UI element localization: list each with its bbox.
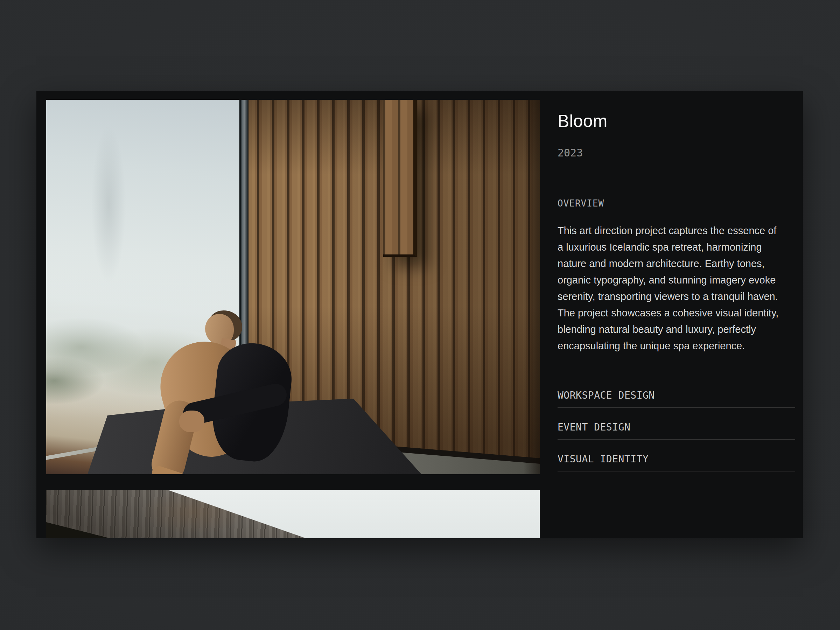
project-year: 2023 (557, 146, 795, 159)
page-title: Bloom (557, 111, 795, 132)
service-item-visual-identity[interactable]: VISUAL IDENTITY (557, 440, 795, 471)
service-label: WORKSPACE DESIGN (557, 389, 795, 402)
service-label: EVENT DESIGN (557, 421, 795, 434)
services-list: WORKSPACE DESIGN EVENT DESIGN VISUAL IDE… (557, 389, 795, 471)
secondary-image (46, 490, 540, 538)
portfolio-case-page: Bloom 2023 OVERVIEW This art direction p… (36, 91, 803, 538)
desktop-background: Bloom 2023 OVERVIEW This art direction p… (0, 0, 840, 630)
service-item-event-design[interactable]: EVENT DESIGN (557, 408, 795, 440)
overview-text: This art direction project captures the … (557, 223, 795, 354)
project-info-panel: Bloom 2023 OVERVIEW This art direction p… (557, 91, 795, 471)
hero-image (46, 100, 540, 474)
service-label: VISUAL IDENTITY (557, 453, 795, 466)
seated-woman (162, 306, 319, 474)
woman-hands (179, 411, 204, 432)
wall-cabinet (383, 100, 417, 257)
timber-deck-railing (46, 490, 540, 538)
image-right-shadow (524, 100, 540, 474)
service-item-workspace-design[interactable]: WORKSPACE DESIGN (557, 389, 795, 408)
overview-label: OVERVIEW (557, 197, 795, 209)
